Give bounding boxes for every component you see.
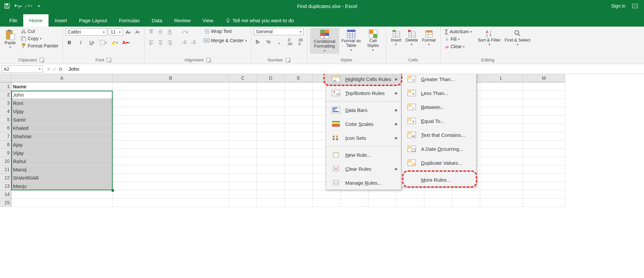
cell[interactable]	[229, 157, 257, 165]
cell[interactable]	[229, 132, 257, 140]
menu-item-equal-to[interactable]: = Equal To...	[402, 114, 476, 128]
fill-button[interactable]: Fill▾	[443, 36, 473, 43]
cell[interactable]	[452, 190, 480, 199]
cell[interactable]	[285, 157, 313, 165]
cell[interactable]	[480, 149, 523, 157]
cell[interactable]	[229, 182, 257, 190]
cell[interactable]	[229, 140, 257, 149]
clipboard-dialog-launcher[interactable]	[40, 58, 44, 62]
align-right-icon[interactable]	[166, 39, 174, 46]
cell[interactable]	[257, 116, 285, 124]
cell[interactable]	[113, 140, 229, 149]
format-painter-button[interactable]: Format Painter	[20, 43, 60, 49]
cell[interactable]	[523, 165, 565, 174]
align-top-icon[interactable]	[147, 28, 155, 36]
cell[interactable]	[523, 91, 565, 99]
cell[interactable]	[229, 124, 257, 132]
cell[interactable]: Vijay	[11, 107, 113, 116]
align-left-icon[interactable]	[147, 39, 155, 46]
row-header[interactable]: 9	[0, 149, 11, 157]
number-format-combo[interactable]: General▾	[254, 28, 304, 35]
row-header[interactable]: 15	[0, 199, 11, 207]
alignment-dialog-launcher[interactable]	[206, 58, 211, 62]
row-header[interactable]: 6	[0, 124, 11, 132]
row-header[interactable]: 12	[0, 174, 11, 182]
cell[interactable]	[257, 165, 285, 174]
cell[interactable]	[480, 107, 523, 116]
menu-item-less-than[interactable]: < Less Than...	[402, 86, 476, 100]
cell[interactable]	[523, 190, 565, 199]
cell[interactable]	[480, 199, 523, 207]
select-all-corner[interactable]	[0, 74, 11, 82]
merge-center-button[interactable]: Merge & Center▾	[202, 37, 248, 44]
row-header[interactable]: 3	[0, 99, 11, 107]
cell[interactable]	[257, 132, 285, 140]
cell[interactable]: SHAHRIAR	[11, 174, 113, 182]
cell[interactable]	[396, 190, 424, 199]
cell[interactable]	[229, 190, 257, 199]
bold-button[interactable]: B	[65, 39, 73, 46]
cell[interactable]	[113, 174, 229, 182]
cell[interactable]	[229, 91, 257, 99]
cell[interactable]	[11, 190, 113, 199]
cell[interactable]	[285, 182, 313, 190]
cell[interactable]	[523, 199, 565, 207]
row-header[interactable]: 11	[0, 165, 11, 174]
cell[interactable]	[424, 190, 452, 199]
cell[interactable]	[113, 91, 229, 99]
cell[interactable]	[424, 199, 452, 207]
increase-font-icon[interactable]: A▴	[124, 28, 132, 36]
cell[interactable]	[480, 157, 523, 165]
percent-button[interactable]: %	[265, 38, 272, 46]
cell[interactable]	[480, 174, 523, 182]
menu-item-top-bottom-rules[interactable]: 10 Top/Bottom Rules▶	[326, 86, 401, 100]
cell-styles-button[interactable]: Cell Styles▾	[363, 28, 383, 53]
cell[interactable]	[480, 165, 523, 174]
worksheet-grid[interactable]: ABCDELM 123456789101112131415 NameJohnRo…	[0, 74, 644, 278]
cell[interactable]	[257, 99, 285, 107]
decrease-decimal-button[interactable]: .00.0	[296, 38, 304, 46]
cell[interactable]	[257, 157, 285, 165]
redo-icon[interactable]: ▾	[24, 2, 33, 10]
save-icon[interactable]	[3, 2, 11, 10]
cell[interactable]	[523, 140, 565, 149]
cell[interactable]	[257, 149, 285, 157]
cancel-formula-icon[interactable]: ✕	[47, 66, 51, 72]
cell[interactable]	[11, 199, 113, 207]
cell[interactable]	[369, 199, 396, 207]
cell[interactable]	[285, 124, 313, 132]
column-header[interactable]: M	[523, 74, 565, 82]
tab-formulas[interactable]: Formulas	[113, 14, 146, 27]
cell[interactable]: Name	[11, 82, 113, 91]
cell[interactable]	[113, 182, 229, 190]
number-dialog-launcher[interactable]	[286, 58, 290, 62]
cell[interactable]	[113, 107, 229, 116]
font-dialog-launcher[interactable]	[107, 58, 111, 62]
tab-review[interactable]: Review	[168, 14, 196, 27]
tab-insert[interactable]: Insert	[49, 14, 73, 27]
cell[interactable]: Khaled	[11, 124, 113, 132]
undo-icon[interactable]: ▾	[13, 2, 22, 10]
cell[interactable]	[285, 190, 313, 199]
cell[interactable]	[285, 116, 313, 124]
enter-formula-icon[interactable]: ✓	[53, 66, 57, 72]
increase-indent-icon[interactable]	[190, 39, 198, 46]
decrease-indent-icon[interactable]	[180, 39, 188, 46]
tab-view[interactable]: View	[196, 14, 219, 27]
font-name-combo[interactable]: Calibri▾	[65, 28, 107, 36]
align-bottom-icon[interactable]	[166, 28, 174, 36]
row-header[interactable]: 4	[0, 107, 11, 116]
tab-file[interactable]: File	[3, 14, 23, 27]
cell[interactable]	[285, 140, 313, 149]
column-header[interactable]: A	[11, 74, 113, 82]
cell[interactable]	[257, 107, 285, 116]
menu-item-clear-rules[interactable]: Clear Rules▶	[326, 162, 401, 176]
cell[interactable]	[523, 82, 565, 91]
cell[interactable]	[113, 165, 229, 174]
menu-item-between[interactable]: ⇿ Between...	[402, 100, 476, 114]
cell[interactable]	[341, 199, 369, 207]
align-center-icon[interactable]	[157, 39, 164, 46]
cell[interactable]	[523, 182, 565, 190]
tab-data[interactable]: Data	[146, 14, 168, 27]
menu-item-duplicate-values[interactable]: Duplicate Values...	[402, 156, 476, 170]
